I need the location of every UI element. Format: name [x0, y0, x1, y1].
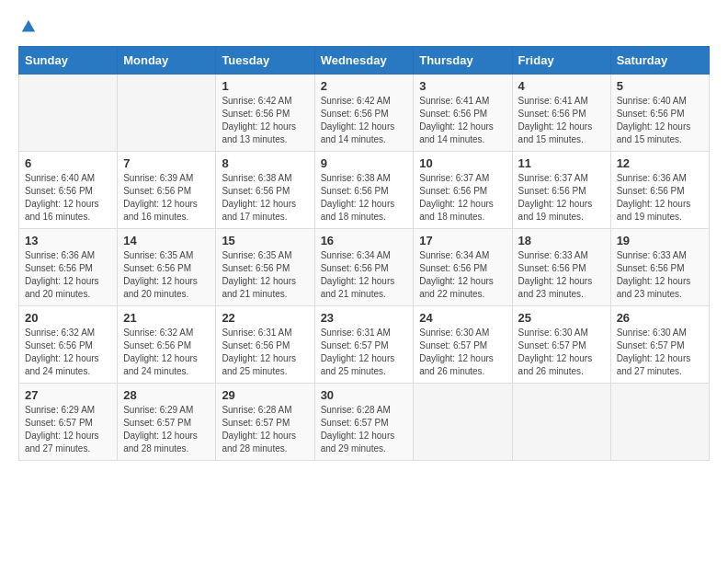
calendar-day-cell: 18Sunrise: 6:33 AM Sunset: 6:56 PM Dayli… — [512, 229, 610, 306]
day-number: 9 — [321, 156, 408, 170]
day-number: 14 — [123, 234, 210, 247]
day-info: Sunrise: 6:42 AM Sunset: 6:56 PM Dayligh… — [321, 95, 408, 146]
day-info: Sunrise: 6:32 AM Sunset: 6:56 PM Dayligh… — [123, 327, 210, 378]
calendar-day-cell: 28Sunrise: 6:29 AM Sunset: 6:57 PM Dayli… — [118, 384, 216, 461]
calendar-day-cell: 19Sunrise: 6:33 AM Sunset: 6:56 PM Dayli… — [610, 229, 709, 306]
day-info: Sunrise: 6:35 AM Sunset: 6:56 PM Dayligh… — [222, 249, 308, 301]
day-number: 1 — [222, 79, 308, 93]
day-number: 21 — [123, 311, 210, 325]
day-info: Sunrise: 6:30 AM Sunset: 6:57 PM Dayligh… — [419, 327, 506, 378]
calendar-day-cell: 26Sunrise: 6:30 AM Sunset: 6:57 PM Dayli… — [610, 306, 709, 384]
day-info: Sunrise: 6:34 AM Sunset: 6:56 PM Dayligh… — [419, 249, 506, 301]
day-number: 17 — [419, 234, 506, 247]
day-info: Sunrise: 6:28 AM Sunset: 6:57 PM Dayligh… — [222, 404, 308, 455]
logo — [18, 18, 37, 31]
calendar-table: SundayMondayTuesdayWednesdayThursdayFrid… — [18, 46, 710, 461]
day-info: Sunrise: 6:42 AM Sunset: 6:56 PM Dayligh… — [222, 95, 308, 146]
calendar-day-cell: 14Sunrise: 6:35 AM Sunset: 6:56 PM Dayli… — [118, 229, 216, 306]
day-number: 11 — [518, 156, 605, 170]
calendar-week-row: 6Sunrise: 6:40 AM Sunset: 6:56 PM Daylig… — [19, 152, 710, 229]
calendar-day-cell: 29Sunrise: 6:28 AM Sunset: 6:57 PM Dayli… — [216, 384, 314, 461]
day-number: 22 — [222, 311, 308, 325]
day-number: 5 — [617, 79, 703, 93]
calendar-day-cell — [610, 384, 709, 461]
day-number: 30 — [321, 388, 408, 402]
calendar-day-cell: 4Sunrise: 6:41 AM Sunset: 6:56 PM Daylig… — [512, 75, 610, 152]
day-info: Sunrise: 6:35 AM Sunset: 6:56 PM Dayligh… — [123, 249, 210, 301]
day-number: 25 — [518, 311, 605, 325]
day-info: Sunrise: 6:36 AM Sunset: 6:56 PM Dayligh… — [25, 249, 111, 301]
svg-marker-0 — [22, 20, 35, 32]
calendar-day-cell: 1Sunrise: 6:42 AM Sunset: 6:56 PM Daylig… — [216, 75, 314, 152]
calendar-week-row: 1Sunrise: 6:42 AM Sunset: 6:56 PM Daylig… — [19, 75, 710, 152]
day-info: Sunrise: 6:29 AM Sunset: 6:57 PM Dayligh… — [123, 404, 210, 455]
calendar-day-cell: 22Sunrise: 6:31 AM Sunset: 6:56 PM Dayli… — [216, 306, 314, 384]
day-number: 8 — [222, 156, 308, 170]
calendar-day-cell: 11Sunrise: 6:37 AM Sunset: 6:56 PM Dayli… — [512, 152, 610, 229]
day-number: 28 — [123, 388, 210, 402]
calendar-day-cell: 20Sunrise: 6:32 AM Sunset: 6:56 PM Dayli… — [19, 306, 118, 384]
day-info: Sunrise: 6:41 AM Sunset: 6:56 PM Dayligh… — [419, 95, 506, 146]
day-number: 26 — [617, 311, 703, 325]
calendar-day-cell — [512, 384, 610, 461]
weekday-header: Tuesday — [216, 47, 314, 75]
calendar-day-cell — [414, 384, 512, 461]
calendar-day-cell: 5Sunrise: 6:40 AM Sunset: 6:56 PM Daylig… — [610, 75, 709, 152]
day-info: Sunrise: 6:33 AM Sunset: 6:56 PM Dayligh… — [617, 249, 703, 301]
calendar-day-cell: 3Sunrise: 6:41 AM Sunset: 6:56 PM Daylig… — [414, 75, 512, 152]
calendar-day-cell: 23Sunrise: 6:31 AM Sunset: 6:57 PM Dayli… — [314, 306, 414, 384]
calendar-day-cell: 10Sunrise: 6:37 AM Sunset: 6:56 PM Dayli… — [414, 152, 512, 229]
day-number: 27 — [25, 388, 111, 402]
day-number: 10 — [419, 156, 506, 170]
calendar-day-cell: 25Sunrise: 6:30 AM Sunset: 6:57 PM Dayli… — [512, 306, 610, 384]
weekday-header: Friday — [512, 47, 610, 75]
calendar-week-row: 20Sunrise: 6:32 AM Sunset: 6:56 PM Dayli… — [19, 306, 710, 384]
calendar-week-row: 27Sunrise: 6:29 AM Sunset: 6:57 PM Dayli… — [19, 384, 710, 461]
day-number: 2 — [321, 79, 408, 93]
day-number: 6 — [25, 156, 111, 170]
day-info: Sunrise: 6:28 AM Sunset: 6:57 PM Dayligh… — [321, 404, 408, 455]
day-number: 18 — [518, 234, 605, 247]
day-info: Sunrise: 6:38 AM Sunset: 6:56 PM Dayligh… — [222, 172, 308, 224]
day-info: Sunrise: 6:36 AM Sunset: 6:56 PM Dayligh… — [617, 172, 703, 224]
day-info: Sunrise: 6:32 AM Sunset: 6:56 PM Dayligh… — [25, 327, 111, 378]
calendar-header-row: SundayMondayTuesdayWednesdayThursdayFrid… — [19, 47, 710, 75]
day-number: 16 — [321, 234, 408, 247]
calendar-day-cell — [19, 75, 118, 152]
day-info: Sunrise: 6:39 AM Sunset: 6:56 PM Dayligh… — [123, 172, 210, 224]
day-number: 3 — [419, 79, 506, 93]
day-info: Sunrise: 6:41 AM Sunset: 6:56 PM Dayligh… — [518, 95, 605, 146]
calendar-day-cell: 15Sunrise: 6:35 AM Sunset: 6:56 PM Dayli… — [216, 229, 314, 306]
day-number: 19 — [617, 234, 703, 247]
day-info: Sunrise: 6:30 AM Sunset: 6:57 PM Dayligh… — [518, 327, 605, 378]
calendar-day-cell — [118, 75, 216, 152]
day-number: 13 — [25, 234, 111, 247]
weekday-header: Thursday — [414, 47, 512, 75]
day-number: 24 — [419, 311, 506, 325]
calendar-day-cell: 27Sunrise: 6:29 AM Sunset: 6:57 PM Dayli… — [19, 384, 118, 461]
calendar-day-cell: 13Sunrise: 6:36 AM Sunset: 6:56 PM Dayli… — [19, 229, 118, 306]
weekday-header: Sunday — [19, 47, 118, 75]
day-number: 23 — [321, 311, 408, 325]
weekday-header: Wednesday — [314, 47, 414, 75]
day-info: Sunrise: 6:37 AM Sunset: 6:56 PM Dayligh… — [419, 172, 506, 224]
weekday-header: Saturday — [610, 47, 709, 75]
day-number: 4 — [518, 79, 605, 93]
calendar-day-cell: 6Sunrise: 6:40 AM Sunset: 6:56 PM Daylig… — [19, 152, 118, 229]
day-number: 12 — [617, 156, 703, 170]
day-number: 29 — [222, 388, 308, 402]
day-info: Sunrise: 6:37 AM Sunset: 6:56 PM Dayligh… — [518, 172, 605, 224]
day-number: 15 — [222, 234, 308, 247]
calendar-day-cell: 16Sunrise: 6:34 AM Sunset: 6:56 PM Dayli… — [314, 229, 414, 306]
day-info: Sunrise: 6:38 AM Sunset: 6:56 PM Dayligh… — [321, 172, 408, 224]
calendar-day-cell: 24Sunrise: 6:30 AM Sunset: 6:57 PM Dayli… — [414, 306, 512, 384]
calendar-day-cell: 7Sunrise: 6:39 AM Sunset: 6:56 PM Daylig… — [118, 152, 216, 229]
calendar-day-cell: 30Sunrise: 6:28 AM Sunset: 6:57 PM Dayli… — [314, 384, 414, 461]
day-info: Sunrise: 6:34 AM Sunset: 6:56 PM Dayligh… — [321, 249, 408, 301]
calendar-day-cell: 21Sunrise: 6:32 AM Sunset: 6:56 PM Dayli… — [118, 306, 216, 384]
weekday-header: Monday — [118, 47, 216, 75]
calendar-day-cell: 17Sunrise: 6:34 AM Sunset: 6:56 PM Dayli… — [414, 229, 512, 306]
day-info: Sunrise: 6:30 AM Sunset: 6:57 PM Dayligh… — [617, 327, 703, 378]
day-info: Sunrise: 6:33 AM Sunset: 6:56 PM Dayligh… — [518, 249, 605, 301]
calendar-day-cell: 8Sunrise: 6:38 AM Sunset: 6:56 PM Daylig… — [216, 152, 314, 229]
